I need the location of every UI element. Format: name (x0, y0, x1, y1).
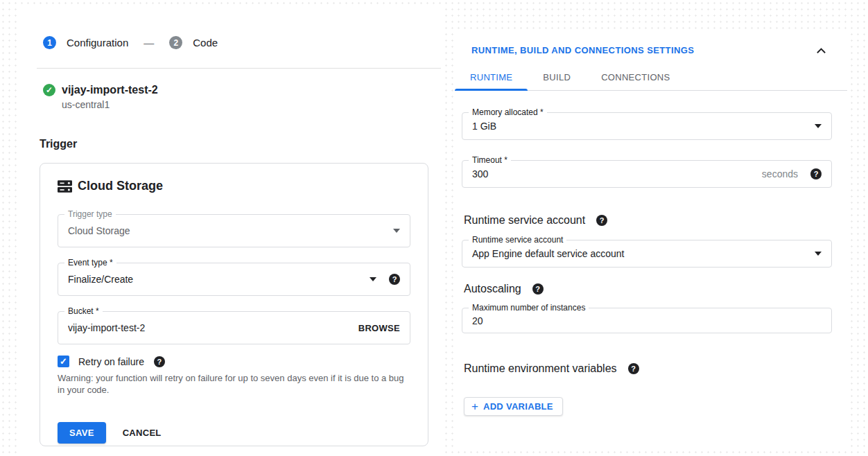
cancel-button[interactable]: CANCEL (123, 428, 162, 438)
retry-row: ✓ Retry on failure ? (58, 356, 410, 367)
timeout-input[interactable] (472, 168, 755, 179)
step-separator: — (144, 37, 154, 49)
tab-connections[interactable]: CONNECTIONS (586, 65, 685, 90)
step-1-label: Configuration (67, 37, 128, 49)
trigger-section-title: Trigger (40, 138, 441, 150)
step-1-circle[interactable]: 1 (43, 36, 56, 49)
service-account-select[interactable]: Runtime service account App Engine defau… (462, 240, 832, 268)
trigger-card-title-row: Cloud Storage (58, 179, 410, 193)
trigger-type-value: Cloud Storage (68, 225, 393, 236)
memory-allocated-value: 1 GiB (472, 121, 815, 132)
autoscaling-heading: Autoscaling (464, 283, 521, 295)
trigger-card-title: Cloud Storage (78, 179, 163, 193)
browse-button[interactable]: BROWSE (358, 323, 400, 333)
service-account-heading: Runtime service account (464, 214, 585, 227)
env-vars-heading-row: Runtime environment variables ? (464, 362, 832, 375)
event-type-help-icon[interactable]: ? (389, 274, 400, 285)
step-2-circle[interactable]: 2 (169, 36, 182, 49)
timeout-help-icon[interactable]: ? (810, 168, 822, 179)
form-actions: SAVE CANCEL (58, 422, 410, 444)
retry-help-icon[interactable]: ? (154, 356, 165, 367)
service-account-heading-row: Runtime service account ? (464, 214, 832, 227)
timeout-label: Timeout * (469, 155, 511, 165)
cloud-storage-icon (58, 179, 72, 193)
function-region: us-central1 (62, 99, 441, 110)
configuration-panel: 1 Configuration — 2 Code ✓ vijay-import-… (21, 8, 441, 456)
autoscaling-heading-row: Autoscaling ? (464, 283, 832, 295)
stepper-divider (37, 68, 441, 69)
service-account-value: App Engine default service account (472, 248, 815, 259)
chevron-down-icon (370, 277, 376, 281)
max-instances-input[interactable] (472, 315, 822, 326)
settings-header[interactable]: RUNTIME, BUILD AND CONNECTIONS SETTINGS (455, 32, 847, 55)
timeout-suffix: seconds (762, 168, 798, 179)
plus-icon: + (471, 401, 478, 412)
trigger-type-select[interactable]: Trigger type Cloud Storage (58, 214, 410, 247)
bucket-label: Bucket * (64, 306, 103, 316)
chevron-down-icon (815, 252, 822, 256)
function-name-row: ✓ vijay-import-test-2 (43, 84, 441, 96)
service-account-label: Runtime service account (469, 235, 566, 245)
max-instances-field: Maximum number of instances (462, 308, 832, 333)
timeout-field: Timeout * seconds ? (462, 160, 832, 188)
max-instances-label: Maximum number of instances (469, 303, 589, 313)
runtime-tab-content: Memory allocated * 1 GiB Timeout * secon… (455, 112, 847, 416)
tab-runtime[interactable]: RUNTIME (455, 65, 528, 90)
event-type-label: Event type * (64, 258, 116, 268)
settings-header-title: RUNTIME, BUILD AND CONNECTIONS SETTINGS (471, 45, 694, 55)
env-vars-help-icon[interactable]: ? (628, 363, 639, 374)
trigger-card: Cloud Storage Trigger type Cloud Storage… (40, 163, 428, 446)
event-type-select[interactable]: Event type * Finalize/Create ? (58, 263, 410, 296)
tab-build[interactable]: BUILD (528, 65, 586, 90)
function-name: vijay-import-test-2 (62, 84, 158, 96)
success-check-icon: ✓ (43, 84, 55, 96)
service-account-help-icon[interactable]: ? (596, 215, 607, 226)
bucket-field: Bucket * BROWSE (58, 311, 410, 344)
retry-checkbox[interactable]: ✓ (58, 356, 69, 367)
memory-allocated-label: Memory allocated * (469, 107, 547, 117)
add-variable-label: ADD VARIABLE (483, 401, 553, 412)
trigger-type-label: Trigger type (64, 209, 116, 219)
bucket-input[interactable] (68, 322, 358, 333)
retry-label: Retry on failure (78, 356, 144, 367)
add-variable-button[interactable]: + ADD VARIABLE (464, 397, 563, 416)
save-button[interactable]: SAVE (58, 422, 106, 444)
chevron-down-icon (815, 124, 822, 128)
retry-warning-text: Warning: your function will retry on fai… (58, 372, 410, 396)
autoscaling-help-icon[interactable]: ? (532, 283, 544, 295)
memory-allocated-select[interactable]: Memory allocated * 1 GiB (462, 112, 832, 140)
stepper: 1 Configuration — 2 Code (43, 36, 441, 49)
step-2-label: Code (193, 37, 218, 49)
settings-tabs: RUNTIME BUILD CONNECTIONS (455, 65, 847, 91)
event-type-value: Finalize/Create (68, 274, 370, 285)
env-vars-heading: Runtime environment variables (464, 362, 617, 375)
settings-panel: RUNTIME, BUILD AND CONNECTIONS SETTINGS … (455, 32, 847, 448)
chevron-up-icon[interactable] (816, 47, 826, 54)
chevron-down-icon (393, 229, 400, 233)
